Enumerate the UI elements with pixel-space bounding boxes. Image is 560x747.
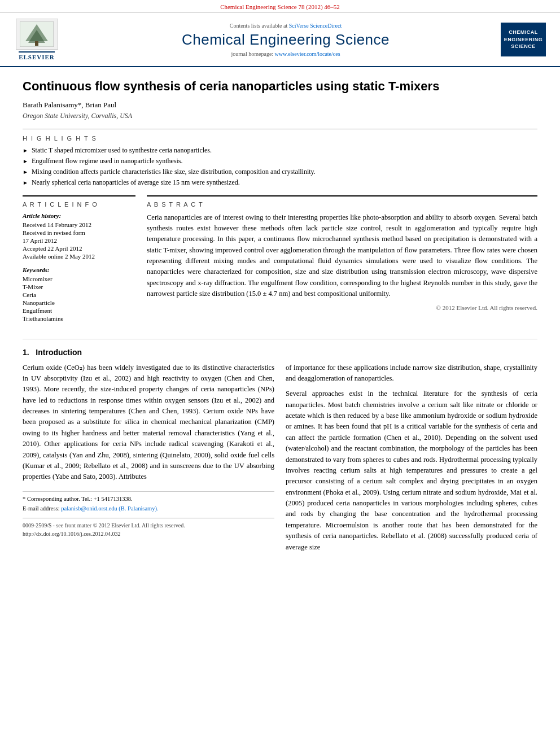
list-item: Triethanolamine: [23, 315, 135, 322]
abstract-text: Ceria nanoparticles are of interest owin…: [147, 212, 537, 300]
article-info-title: A R T I C L E I N F O: [23, 201, 135, 208]
footnote-section: * Corresponding author. Tel.: +1 5417131…: [23, 491, 274, 513]
affiliation: Oregon State University, Corvallis, USA: [23, 112, 537, 120]
highlight-text-4: Nearly spherical ceria nanoparticles of …: [32, 178, 240, 187]
journal-citation-bar: Chemical Engineering Science 78 (2012) 4…: [0, 0, 560, 13]
email-link[interactable]: palanisb@onid.orst.edu (B. Palanisamy).: [61, 505, 158, 512]
sciverse-link[interactable]: SciVerse ScienceDirect: [289, 23, 342, 29]
received-date: Received 14 February 2012: [23, 221, 135, 228]
intro-left-paragraph: Cerium oxide (CeO₂) has been widely inve…: [23, 362, 274, 483]
body-two-col: Cerium oxide (CeO₂) has been widely inve…: [23, 362, 537, 557]
list-item: ► Static T shaped micromixer used to syn…: [23, 146, 537, 155]
bullet-arrow-icon: ►: [23, 147, 28, 154]
homepage-url[interactable]: www.elsevier.com/locate/ces: [275, 51, 340, 57]
bullet-arrow-icon: ►: [23, 180, 28, 186]
list-item: Ceria: [23, 291, 135, 298]
divider-highlights: [23, 129, 537, 129]
main-content: Continuous flow synthesis of ceria nanop…: [0, 67, 560, 569]
history-label: Article history:: [23, 212, 135, 219]
list-item: ► Engulfment flow regime used in nanopar…: [23, 157, 537, 165]
copyright-info: 0009-2509/$ - see front matter © 2012 El…: [23, 521, 274, 530]
highlights-title: H I G H L I G H T S: [23, 135, 537, 142]
journal-logo-right: CHEMICAL ENGINEERING SCIENCE: [498, 23, 549, 56]
bottom-info: 0009-2509/$ - see front matter © 2012 El…: [23, 518, 274, 538]
ces-logo-box: CHEMICAL ENGINEERING SCIENCE: [501, 23, 546, 56]
article-info-column: A R T I C L E I N F O Article history: R…: [23, 195, 135, 327]
elsevier-logo-block: ELSEVIER: [11, 19, 62, 60]
keywords-section: Keywords: Micromixer T-Mixer Ceria Nanop…: [23, 267, 135, 322]
journal-header: ELSEVIER Contents lists available at Sci…: [0, 13, 560, 67]
article-title: Continuous flow synthesis of ceria nanop…: [23, 78, 537, 95]
list-item: Nanoparticle: [23, 299, 135, 306]
revised-label: Received in revised form: [23, 229, 135, 236]
highlight-text-1: Static T shaped micromixer used to synth…: [32, 146, 212, 155]
copyright-line: © 2012 Elsevier Ltd. All rights reserved…: [147, 304, 537, 311]
abstract-column: A B S T R A C T Ceria nanoparticles are …: [147, 195, 537, 327]
journal-name: Chemical Engineering Science: [73, 31, 498, 49]
body-left-col: Cerium oxide (CeO₂) has been widely inve…: [23, 362, 274, 557]
available-date: Available online 2 May 2012: [23, 253, 135, 260]
abstract-title: A B S T R A C T: [147, 201, 537, 208]
corresponding-author-note: * Corresponding author. Tel.: +1 5417131…: [23, 495, 274, 504]
email-note: E-mail address: palanisb@onid.orst.edu (…: [23, 505, 274, 513]
doi-link: http://dx.doi.org/10.1016/j.ces.2012.04.…: [23, 530, 274, 538]
journal-homepage: journal homepage: www.elsevier.com/locat…: [73, 51, 498, 57]
list-item: ► Nearly spherical ceria nanoparticles o…: [23, 178, 537, 187]
bullet-arrow-icon: ►: [23, 169, 28, 175]
journal-title-block: Contents lists available at SciVerse Sci…: [73, 23, 498, 57]
keywords-label: Keywords:: [23, 267, 135, 273]
list-item: ► Mixing condition affects particle char…: [23, 168, 537, 176]
intro-right-paragraph-1: of importance for these applications inc…: [286, 362, 537, 385]
introduction-section: 1. Introduction Cerium oxide (CeO₂) has …: [23, 339, 537, 557]
article-info-abstract-section: A R T I C L E I N F O Article history: R…: [23, 195, 537, 327]
list-item: Engulfment: [23, 307, 135, 314]
accepted-date: Accepted 22 April 2012: [23, 245, 135, 252]
list-item: Micromixer: [23, 276, 135, 282]
highlight-text-2: Engulfment flow regime used in nanoparti…: [32, 157, 183, 165]
elsevier-wordmark: ELSEVIER: [19, 51, 55, 60]
highlights-section: H I G H L I G H T S ► Static T shaped mi…: [23, 135, 537, 187]
elsevier-tree-logo: [16, 19, 58, 50]
authors: Barath Palanisamy*, Brian Paul: [23, 101, 537, 110]
svg-rect-3: [35, 41, 38, 46]
journal-citation-text: Chemical Engineering Science 78 (2012) 4…: [220, 3, 340, 10]
highlight-text-3: Mixing condition affects particle charac…: [32, 168, 316, 176]
list-item: T-Mixer: [23, 283, 135, 290]
revised-date: 17 April 2012: [23, 237, 135, 244]
bullet-arrow-icon: ►: [23, 158, 28, 164]
body-right-col: of importance for these applications inc…: [286, 362, 537, 557]
article-history: Article history: Received 14 February 20…: [23, 212, 135, 260]
intro-right-paragraph-2: Several approaches exist in the technica…: [286, 388, 537, 553]
section-title: 1. Introduction: [23, 348, 537, 357]
sciverse-line: Contents lists available at SciVerse Sci…: [73, 23, 498, 29]
